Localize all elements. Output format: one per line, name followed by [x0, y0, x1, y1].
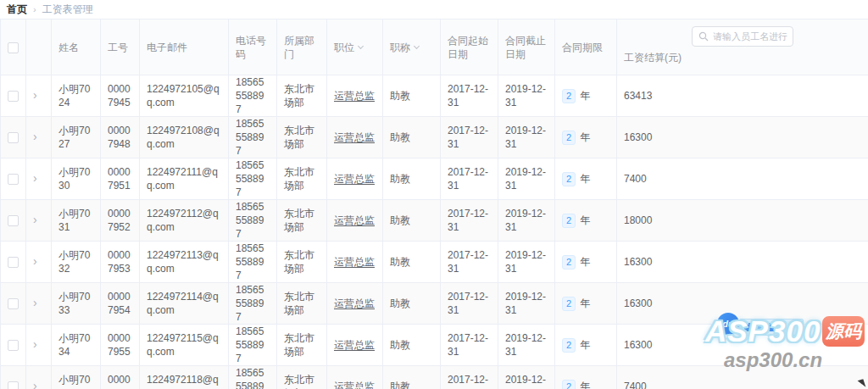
expand-row-icon[interactable]: › [33, 89, 37, 101]
breadcrumb-separator-icon: › [33, 4, 36, 14]
cell-email: 1224972105@qq.com [140, 75, 229, 117]
expand-row-icon[interactable]: › [33, 380, 37, 389]
cell-position: 运营总监 [327, 75, 383, 117]
breadcrumb: 首页 › 工资表管理 [0, 0, 868, 19]
cell-contract-start: 2017-12-31 [441, 117, 498, 158]
row-select-cell [1, 283, 26, 325]
expand-row-icon[interactable]: › [33, 214, 37, 225]
expand-row-icon[interactable]: › [33, 172, 37, 184]
breadcrumb-home-link[interactable]: 首页 [7, 3, 27, 17]
search-box [692, 26, 793, 47]
row-expand-cell: › [26, 242, 52, 283]
cell-phone: 18565558897 [229, 242, 277, 283]
header-salary-label: 工资结算(元) [624, 52, 682, 64]
cell-job-title: 助教 [383, 325, 441, 366]
term-unit: 年 [580, 381, 590, 389]
term-badge: 2 [562, 131, 576, 145]
select-all-checkbox[interactable] [8, 42, 19, 53]
header-expand-cell [26, 19, 52, 75]
row-expand-cell: › [26, 75, 52, 117]
header-employee-id: 工号 [101, 19, 140, 75]
position-link[interactable]: 运营总监 [334, 173, 375, 185]
cell-contract-end: 2019-12-31 [498, 366, 555, 389]
position-link[interactable]: 运营总监 [334, 131, 375, 143]
row-select-cell [1, 158, 26, 200]
header-contract-term: 合同期限 [555, 19, 617, 75]
search-icon [698, 31, 709, 42]
expand-row-icon[interactable]: › [33, 131, 37, 142]
position-link[interactable]: 运营总监 [334, 381, 375, 389]
cell-phone: 18565558897 [229, 200, 277, 242]
cell-job-title: 助教 [383, 242, 441, 283]
cell-department: 东北市场部 [277, 242, 327, 283]
cell-contract-end: 2019-12-31 [498, 242, 555, 283]
cell-contract-start: 2017-12-31 [441, 242, 498, 283]
cell-phone: 18565558897 [229, 158, 277, 200]
table-row: ›小明7037000079581224972118@qq.com18565558… [1, 366, 868, 389]
cell-contract-term: 2年 [555, 117, 617, 158]
row-select-cell [1, 366, 26, 389]
cell-employee-id: 00007953 [101, 242, 140, 283]
expand-row-icon[interactable]: › [33, 255, 37, 267]
cell-name: 小明7033 [52, 283, 101, 325]
cell-department: 东北市场部 [277, 366, 327, 389]
job-title-filter-caret-icon[interactable] [414, 42, 420, 48]
row-checkbox[interactable] [8, 132, 19, 143]
cell-employee-id: 00007955 [101, 325, 140, 366]
cell-contract-start: 2017-12-31 [441, 283, 498, 325]
position-link[interactable]: 运营总监 [334, 297, 375, 309]
row-checkbox[interactable] [8, 381, 19, 389]
row-expand-cell: › [26, 366, 52, 389]
cell-contract-end: 2019-12-31 [498, 75, 555, 117]
row-checkbox[interactable] [8, 340, 19, 351]
term-unit: 年 [580, 256, 590, 268]
row-select-cell [1, 117, 26, 158]
cell-email: 1224972115@qq.com [140, 325, 229, 366]
term-unit: 年 [580, 339, 590, 351]
cell-job-title: 助教 [383, 283, 441, 325]
position-link[interactable]: 运营总监 [334, 90, 375, 102]
cell-department: 东北市场部 [277, 158, 327, 200]
cell-employee-id: 00007952 [101, 200, 140, 242]
cell-salary: 63413 [617, 75, 868, 117]
cell-position: 运营总监 [327, 200, 383, 242]
cell-employee-id: 00007945 [101, 75, 140, 117]
cell-contract-term: 2年 [555, 158, 617, 200]
position-filter-caret-icon[interactable] [358, 42, 364, 48]
row-checkbox[interactable] [8, 298, 19, 309]
expand-row-icon[interactable]: › [33, 338, 37, 350]
row-expand-cell: › [26, 200, 52, 242]
cell-name: 小明7024 [52, 75, 101, 117]
expand-row-icon[interactable]: › [33, 297, 37, 308]
position-link[interactable]: 运营总监 [334, 256, 375, 268]
position-link[interactable]: 运营总监 [334, 339, 375, 351]
row-select-cell [1, 325, 26, 366]
cell-phone: 18565558897 [229, 283, 277, 325]
cell-contract-term: 2年 [555, 325, 617, 366]
cell-contract-term: 2年 [555, 200, 617, 242]
cell-email: 1224972113@qq.com [140, 242, 229, 283]
cell-phone: 18565558897 [229, 366, 277, 389]
cell-salary: 7400 [617, 158, 868, 200]
row-checkbox[interactable] [8, 91, 19, 102]
page: 首页 › 工资表管理 姓名 工号 电子邮件 电话号码 所属部门 职位 [0, 0, 868, 389]
row-checkbox[interactable] [8, 174, 19, 185]
header-position[interactable]: 职位 [327, 19, 383, 75]
header-job-title[interactable]: 职称 [383, 19, 441, 75]
header-job-title-label: 职称 [390, 42, 410, 53]
row-checkbox[interactable] [8, 257, 19, 268]
cell-email: 1224972112@qq.com [140, 200, 229, 242]
table-row: ›小明7027000079481224972108@qq.com18565558… [1, 117, 868, 158]
row-checkbox[interactable] [8, 215, 19, 226]
salary-table: 姓名 工号 电子邮件 电话号码 所属部门 职位 职称 合同起始日期 合同截止日期… [0, 19, 868, 389]
cell-contract-start: 2017-12-31 [441, 158, 498, 200]
term-badge: 2 [562, 338, 576, 353]
cell-email: 1224972111@qq.com [140, 158, 229, 200]
position-link[interactable]: 运营总监 [334, 214, 375, 226]
cell-contract-end: 2019-12-31 [498, 283, 555, 325]
term-badge: 2 [562, 214, 576, 228]
cell-job-title: 助教 [383, 117, 441, 158]
cell-salary: 18000 [617, 200, 868, 242]
row-expand-cell: › [26, 325, 52, 366]
cell-name: 小明7027 [52, 117, 101, 158]
